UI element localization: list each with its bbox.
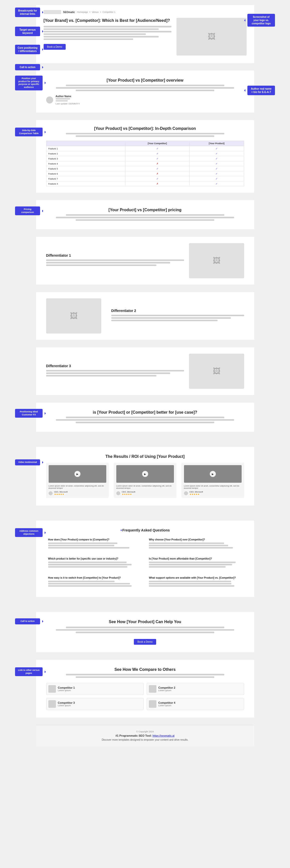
testimonial-1-avatar	[49, 491, 52, 495]
faq-item: Which product is better for [specific us…	[46, 555, 143, 570]
compare-item[interactable]: Competitor 3Lorem ipsum	[46, 698, 144, 710]
differentiator-3-section: Differentiator 3 🖼	[36, 347, 254, 395]
compare-desc: Lorem ipsum	[58, 704, 75, 707]
compare-logo	[149, 685, 156, 693]
testimonial-2-stars: ★★★★★	[122, 493, 135, 496]
footer-badge: #1 Programmatic SEO Tool: https://seomat…	[46, 734, 244, 737]
faq-question: How does [Your Product] compare to [Comp…	[48, 538, 141, 541]
table-row: Feature 2	[46, 151, 125, 156]
video-thumb-2[interactable]: ▶	[116, 465, 174, 483]
faq-section: +Frequently Asked Questions How does [Yo…	[36, 521, 254, 597]
line	[44, 38, 133, 40]
testimonial-1: ▶ Lorem ipsum dolor sit amet, consectetu…	[46, 463, 109, 498]
faq-item: Why choose [Your Product] over [Competit…	[147, 536, 244, 551]
annotation-breadcrumb: Breadcrumb for internal links	[15, 7, 40, 17]
line	[44, 33, 146, 35]
faq-question: Is [Your Product] more affordable than […	[149, 557, 242, 560]
play-button-2[interactable]: ▶	[142, 471, 148, 477]
compare-name: Competitor 4	[158, 701, 176, 704]
author-name: Author Name	[56, 95, 80, 98]
cta-placeholder	[46, 627, 244, 633]
hero-section: SEOmatic Homepage > Versus > Competitor …	[36, 5, 254, 63]
image-icon: 🖼	[208, 32, 215, 41]
use-case-placeholder	[46, 417, 244, 423]
compare-subtitle	[46, 674, 244, 678]
annotation-address-objections: Address common objections	[15, 528, 43, 537]
faq-question: Which product is better for [specific us…	[48, 557, 141, 560]
diff-2-image-icon: 🖼	[70, 312, 77, 320]
author-avatar	[46, 96, 53, 103]
compare-logo	[149, 700, 156, 708]
pricing-title: [Your Product] vs [Competitor] pricing	[46, 208, 244, 212]
comparison-table: [Your Competitor] [Your Product] Feature…	[46, 141, 244, 186]
annotation-side-by-side: Side-by-Side Comparison Table	[15, 128, 43, 136]
annotation-positioning-ideal: Positioning Ideal Customer Fit	[15, 409, 43, 418]
video-thumb-1[interactable]: ▶	[49, 465, 106, 483]
table-row: Feature 3	[46, 156, 125, 161]
testimonial-3-text: Lorem ipsum dolor sit amet, consectetur …	[184, 485, 242, 489]
roi-section: The Results / ROI of Using [Your Product…	[36, 447, 254, 505]
diff-2-row: 🖼 Differentiator 2	[46, 299, 244, 334]
diff-3-image: 🖼	[189, 353, 244, 389]
play-button-3[interactable]: ▶	[210, 471, 216, 477]
line	[44, 28, 159, 30]
table-row: Feature X	[46, 181, 125, 186]
faq-question: How easy is it to switch from [Competito…	[48, 576, 141, 580]
breadcrumb: Homepage > Versus > Competitor 1	[77, 11, 115, 13]
play-button-1[interactable]: ▶	[74, 471, 80, 477]
annotation-author: Author real name + bio for E-E-A-T	[247, 86, 275, 95]
differentiator-1-section: Differentiator 1 🖼	[36, 237, 254, 285]
author-date: Last update: DD/MM/YY	[56, 102, 80, 105]
hero-nav: SEOmatic Homepage > Versus > Competitor …	[44, 10, 247, 14]
diff-3-row: Differentiator 3 🖼	[46, 353, 244, 389]
table-row: Feature 7	[46, 176, 125, 181]
testimonial-2-text: Lorem ipsum dolor sit amet, consectetur …	[116, 485, 174, 489]
testimonial-1-author: CEO, Microsoft ★★★★★	[49, 491, 106, 496]
compare-desc: Lorem ipsum	[58, 689, 75, 692]
diff-2-image: 🖼	[46, 299, 101, 334]
testimonial-3-author: CEO, Microsoft ★★★★★	[184, 491, 242, 496]
roi-title: The Results / ROI of Using [Your Product…	[46, 454, 244, 459]
cta-title: See How [Your Product] Can Help You	[46, 620, 244, 624]
cta-button[interactable]: Book a Demo	[134, 639, 156, 645]
faq-item: What support options are available with …	[147, 574, 244, 589]
author-row: Author Name Last update: DD/MM/YY	[46, 95, 244, 105]
testimonial-3-stars: ★★★★★	[189, 493, 203, 496]
footer-link[interactable]: https://seomatic.ai	[152, 734, 175, 737]
overview-title: [Your Product] vs [Competitor] overview	[46, 78, 244, 83]
testimonial-3: ▶ Lorem ipsum dolor sit amet, consectetu…	[181, 463, 244, 498]
nav-logo-text: SEOmatic	[63, 11, 75, 13]
compare-item[interactable]: Competitor 1Lorem ipsum	[46, 683, 144, 695]
annotation-link-versus: Link to other versus pages	[15, 667, 43, 676]
diff-1-title: Differentiator 1	[46, 253, 184, 257]
video-thumb-3[interactable]: ▶	[184, 465, 242, 483]
annotation-screenshot: Screenshot of your logo vs. competitor l…	[247, 14, 275, 27]
faq-item: How does [Your Product] compare to [Comp…	[46, 536, 143, 551]
compare-section: See How We Compare to Others Competitor …	[36, 660, 254, 718]
testimonial-2-author: CEO, Microsoft ★★★★★	[116, 491, 174, 496]
compare-item[interactable]: Competitor 2Lorem ipsum	[147, 683, 244, 695]
faq-title: +Frequently Asked Questions	[46, 528, 244, 532]
diff-2-text: Differentiator 2	[106, 309, 244, 323]
hero-cta-button[interactable]: Book a Demo	[44, 44, 66, 50]
table-row: Feature 6	[46, 171, 125, 176]
pricing-placeholder	[46, 214, 244, 221]
testimonial-3-avatar	[184, 491, 188, 495]
hero-placeholder-lines	[44, 26, 172, 40]
annotation-video-testimonial: Video testimonial	[15, 459, 40, 465]
compare-item[interactable]: Competitor 4Lorem ipsum	[147, 698, 244, 710]
diff-2-title: Differentiator 2	[111, 309, 244, 313]
diff-1-text: Differentiator 1	[46, 253, 184, 268]
table-row: Feature 5	[46, 166, 125, 171]
compare-name: Competitor 2	[158, 686, 176, 689]
overview-section: [Your Product] vs [Competitor] overview …	[36, 70, 254, 113]
annotation-pricing: Pricing comparison	[15, 207, 40, 215]
table-header-feature	[46, 141, 125, 146]
testimonials-row: ▶ Lorem ipsum dolor sit amet, consectetu…	[46, 463, 244, 498]
faq-item: How easy is it to switch from [Competito…	[46, 574, 143, 589]
hero-content: [Your Brand] vs. [Competitor]: Which is …	[44, 18, 247, 56]
diff-3-image-icon: 🖼	[213, 367, 220, 375]
footer-copyright: © Copyright 2024	[46, 731, 244, 733]
hero-image: 🖼	[177, 18, 247, 56]
compare-grid: Competitor 1Lorem ipsumCompetitor 2Lorem…	[46, 683, 244, 710]
